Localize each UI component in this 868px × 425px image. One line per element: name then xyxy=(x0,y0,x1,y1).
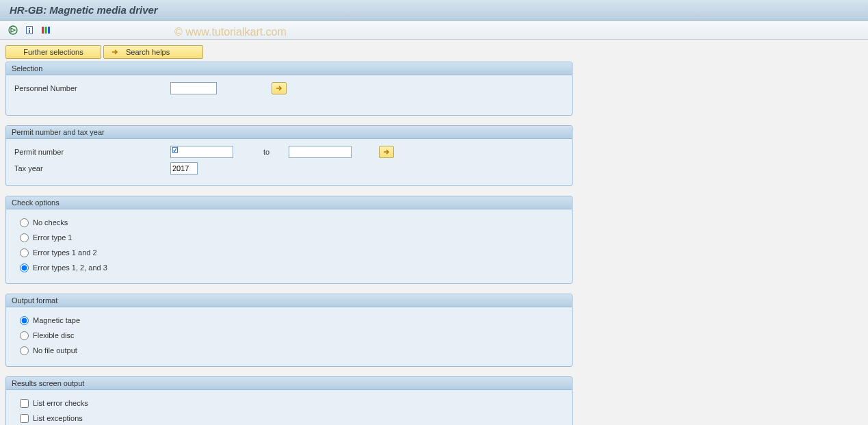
permit-number-label: Permit number xyxy=(13,148,170,156)
svg-rect-5 xyxy=(42,27,44,34)
further-selections-button[interactable]: Further selections xyxy=(5,45,101,59)
output-format-label-2: No file output xyxy=(33,346,77,355)
svg-rect-3 xyxy=(29,28,30,29)
svg-rect-7 xyxy=(48,27,50,34)
group-permit: Permit number and tax year Permit number… xyxy=(5,125,573,186)
group-output-format-header: Output format xyxy=(6,294,572,307)
check-option-option-3[interactable]: Error types 1, 2, and 3 xyxy=(13,260,565,275)
group-selection-header: Selection xyxy=(6,62,572,75)
output-format-radio-1[interactable] xyxy=(20,331,29,340)
title-bar: HR-GB: Magnetic media driver xyxy=(0,0,868,21)
search-helps-button[interactable]: Search helps xyxy=(103,45,203,59)
results-option-1[interactable]: List exceptions xyxy=(13,411,565,425)
permit-to-label: to xyxy=(263,148,269,156)
output-format-option-0[interactable]: Magnetic tape xyxy=(13,313,565,328)
group-check-options: Check options No checksError type 1Error… xyxy=(5,196,573,284)
check-option-radio-2[interactable] xyxy=(20,248,29,257)
check-option-option-0[interactable]: No checks xyxy=(13,215,565,230)
personnel-number-row: Personnel Number xyxy=(13,81,565,96)
arrow-right-icon xyxy=(275,84,283,92)
personnel-number-multiselect-button[interactable] xyxy=(272,82,287,94)
output-format-radio-0[interactable] xyxy=(20,316,29,325)
permit-number-to-input[interactable] xyxy=(289,146,352,158)
further-selections-label: Further selections xyxy=(23,48,83,56)
check-option-radio-1[interactable] xyxy=(20,233,29,242)
variant-icon[interactable] xyxy=(40,24,52,36)
check-option-label-3: Error types 1, 2, and 3 xyxy=(33,263,107,272)
results-option-0[interactable]: List error checks xyxy=(13,396,565,411)
tax-year-label: Tax year xyxy=(13,164,170,172)
group-results: Results screen output List error checksL… xyxy=(5,376,573,425)
svg-rect-6 xyxy=(45,27,47,34)
group-permit-header: Permit number and tax year xyxy=(6,126,572,139)
personnel-number-label: Personnel Number xyxy=(13,84,170,92)
group-output-format: Output format Magnetic tapeFlexible disc… xyxy=(5,294,573,367)
arrow-right-icon xyxy=(111,48,119,56)
permit-number-row: Permit number ☑ to xyxy=(13,144,565,159)
tax-year-row: Tax year xyxy=(13,161,565,176)
personnel-number-input[interactable] xyxy=(170,82,217,94)
execute-icon[interactable] xyxy=(7,24,19,36)
output-format-option-1[interactable]: Flexible disc xyxy=(13,328,565,343)
page-title: HR-GB: Magnetic media driver xyxy=(10,4,158,16)
svg-rect-4 xyxy=(29,30,30,33)
group-check-options-header: Check options xyxy=(6,196,572,209)
results-label-1: List exceptions xyxy=(33,414,83,422)
selection-buttons-row: Further selections Search helps xyxy=(5,45,573,59)
check-option-label-1: Error type 1 xyxy=(33,233,72,242)
check-option-option-2[interactable]: Error types 1 and 2 xyxy=(13,245,565,260)
check-option-radio-3[interactable] xyxy=(20,263,29,272)
results-checkbox-0[interactable] xyxy=(20,399,29,408)
output-format-label-1: Flexible disc xyxy=(33,331,75,339)
group-results-header: Results screen output xyxy=(6,377,572,390)
permit-multiselect-button[interactable] xyxy=(379,146,394,158)
info-icon[interactable] xyxy=(23,24,36,36)
tax-year-input[interactable] xyxy=(170,162,198,175)
search-helps-label: Search helps xyxy=(126,48,170,56)
results-label-0: List error checks xyxy=(33,399,88,407)
group-selection: Selection Personnel Number xyxy=(5,62,573,116)
results-checkbox-1[interactable] xyxy=(20,414,29,423)
check-option-label-2: Error types 1 and 2 xyxy=(33,248,97,257)
output-format-option-2[interactable]: No file output xyxy=(13,343,565,358)
output-format-label-0: Magnetic tape xyxy=(33,316,80,324)
app-toolbar xyxy=(0,21,868,40)
check-option-label-0: No checks xyxy=(33,218,68,227)
check-option-option-1[interactable]: Error type 1 xyxy=(13,230,565,245)
permit-number-from-input[interactable] xyxy=(170,146,233,158)
content-area: Further selections Search helps Selectio… xyxy=(0,40,578,425)
output-format-radio-2[interactable] xyxy=(20,346,29,355)
check-option-radio-0[interactable] xyxy=(20,218,29,227)
arrow-right-icon xyxy=(382,148,391,156)
